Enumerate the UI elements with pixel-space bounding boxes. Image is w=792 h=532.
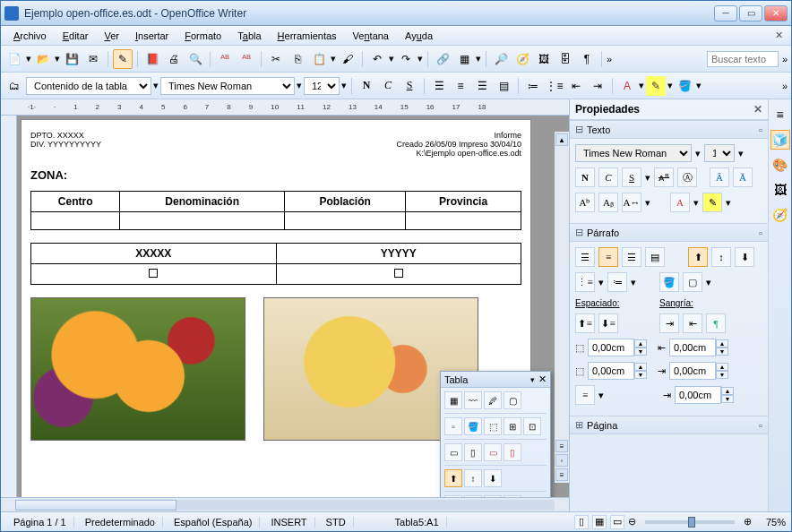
new-doc-dropdown[interactable]: ▾ [26, 53, 31, 64]
tbl-insert-button[interactable]: ▦ [444, 391, 462, 409]
sb-strike-button[interactable]: ᴀᴮ [654, 167, 674, 187]
styles-button[interactable]: 🗂 [4, 76, 24, 96]
horizontal-ruler[interactable]: ·1··123456789101112131415161718 [1, 99, 569, 116]
sb-align-right-button[interactable]: ☰ [622, 247, 641, 267]
sb-linespacing-button[interactable]: ≡ [575, 385, 595, 405]
align-right-button[interactable]: ☰ [472, 76, 492, 96]
view-book-button[interactable]: ▭ [610, 515, 624, 529]
sb-tab-gallery[interactable]: 🖼 [770, 180, 790, 200]
sb-bgfill-button[interactable]: 🪣 [659, 272, 679, 292]
spin-up[interactable]: ▲ [634, 339, 647, 348]
close-window-button[interactable]: ✕ [764, 5, 788, 21]
number-list-button[interactable]: ≔ [523, 76, 543, 96]
space-below-input[interactable] [588, 362, 634, 380]
bg-color-button[interactable]: 🪣 [675, 76, 694, 96]
search-overflow[interactable]: » [782, 54, 788, 64]
paste-button[interactable]: 📋 [309, 49, 329, 69]
font-name-combo[interactable]: Times New Roman [160, 77, 295, 95]
table-dropdown[interactable]: ▾ [476, 53, 481, 64]
section-more-icon[interactable]: ▫ [759, 227, 762, 238]
section-more-icon[interactable]: ▫ [759, 420, 762, 431]
sb-shadow-button[interactable]: Ⓐ [677, 167, 697, 187]
menu-ver[interactable]: Ver [97, 29, 126, 43]
find-button[interactable]: 🔎 [491, 49, 511, 69]
space-above-input[interactable] [588, 339, 634, 356]
toolbar1-overflow[interactable]: » [607, 54, 612, 64]
sb-valign-mid-button[interactable]: ↕ [711, 247, 731, 267]
sb-fontcolor-dropdown[interactable]: ▾ [693, 197, 699, 209]
underline-button[interactable]: S [400, 76, 419, 96]
nonprint-button[interactable]: ¶ [577, 49, 597, 69]
indent-first-input[interactable] [675, 386, 721, 404]
highlight-dropdown[interactable]: ▾ [667, 80, 673, 91]
highlight-button[interactable]: ✎ [646, 76, 666, 96]
sb-border-dropdown[interactable]: ▾ [706, 277, 711, 288]
save-button[interactable]: 💾 [62, 49, 82, 69]
datasources-button[interactable]: 🗄 [555, 49, 575, 69]
sb-italic-button[interactable]: C [598, 167, 618, 187]
expand-icon[interactable]: ⊞ [575, 419, 583, 431]
edit-mode-button[interactable]: ✎ [113, 49, 133, 69]
sb-hanging-button[interactable]: ¶ [706, 313, 726, 333]
spin-up[interactable]: ▲ [716, 363, 728, 371]
collapse-icon[interactable]: ⊟ [575, 124, 583, 135]
bold-button[interactable]: N [357, 76, 376, 96]
nav-up-button[interactable]: ≡ [555, 440, 568, 452]
spin-down[interactable]: ▼ [721, 395, 734, 403]
floating-table-toolbar[interactable]: Tabla ▾ ✕ ▦〰🖉▢ ▫🪣⬚⊞⊡ ▭▯▭▯ ⬆↕⬇ [440, 371, 551, 497]
nav-down-button[interactable]: ≡ [555, 468, 568, 481]
sb-bullets-dropdown[interactable]: ▾ [598, 277, 604, 288]
sb-numbers-dropdown[interactable]: ▾ [631, 277, 636, 288]
t1-h-provincia[interactable]: Provincia [406, 192, 521, 212]
vertical-scrollbar[interactable]: ▲ ≡ ◦ ≡ [555, 132, 569, 483]
preview-button[interactable]: 🔍 [185, 49, 205, 69]
menu-tabla[interactable]: Tabla [230, 29, 268, 43]
navigator-button[interactable]: 🧭 [512, 49, 532, 69]
tbl-bg-button[interactable]: 🪣 [464, 417, 482, 435]
t1-cell[interactable] [406, 212, 521, 230]
tbl-delcol2-button[interactable]: ▯ [504, 495, 521, 497]
para-style-arrow[interactable]: ▾ [153, 80, 159, 91]
sb-fontcolor-button[interactable]: A [670, 193, 690, 212]
font-color-button[interactable]: A [617, 76, 637, 96]
sb-super-button[interactable]: Aᵇ [575, 193, 595, 212]
tbl-valign-mid-button[interactable]: ↕ [464, 469, 482, 487]
toolbar2-overflow[interactable]: » [782, 81, 788, 91]
view-single-button[interactable]: ▯ [574, 515, 589, 529]
minimize-button[interactable]: ─ [714, 5, 737, 21]
sb-inc-space-button[interactable]: ⬆≡ [575, 313, 595, 333]
new-doc-button[interactable]: 📄 [4, 49, 24, 69]
float-close-icon[interactable]: ✕ [538, 373, 547, 385]
collapse-icon[interactable]: ⊟ [575, 227, 583, 238]
para-style-combo[interactable]: Contenido de la tabla [26, 77, 151, 95]
sb-shrink-button[interactable]: Ă [733, 167, 753, 187]
undo-button[interactable]: ↶ [367, 49, 387, 69]
sb-align-center-button[interactable]: ≡ [598, 247, 618, 267]
outdent-button[interactable]: ⇤ [566, 76, 586, 96]
tbl-delrow-button[interactable]: ▭ [484, 443, 502, 461]
t2-cell[interactable] [31, 264, 277, 285]
t2-h-x[interactable]: XXXXX [31, 244, 277, 264]
gallery-button[interactable]: 🖼 [534, 49, 554, 69]
t1-h-poblacion[interactable]: Población [285, 192, 406, 212]
undo-dropdown[interactable]: ▾ [389, 53, 394, 64]
sb-spacing-button[interactable]: A↔ [622, 193, 641, 212]
align-center-button[interactable]: ≡ [451, 76, 470, 96]
status-std[interactable]: STD [319, 517, 354, 528]
embedded-image-1[interactable] [30, 297, 245, 441]
zoom-in-button[interactable]: ⊕ [744, 516, 752, 528]
close-document-button[interactable]: ✕ [771, 29, 786, 43]
spin-up[interactable]: ▲ [716, 339, 728, 348]
font-size-arrow[interactable]: ▾ [341, 80, 347, 91]
t1-h-denominacion[interactable]: Denominación [120, 192, 285, 212]
zoom-value[interactable]: 75% [755, 517, 786, 528]
tbl-addcol-button[interactable]: ▯ [464, 443, 482, 461]
sb-tab-styles[interactable]: 🎨 [770, 155, 790, 175]
format-paint-button[interactable]: 🖌 [338, 49, 357, 69]
spin-down[interactable]: ▼ [716, 348, 728, 356]
status-insert[interactable]: INSERT [263, 517, 314, 528]
font-color-dropdown[interactable]: ▾ [639, 80, 644, 91]
cut-button[interactable]: ✂ [266, 49, 286, 69]
sb-align-left-button[interactable]: ☰ [575, 247, 595, 267]
tbl-optimize-button[interactable]: ⊡ [523, 417, 541, 435]
